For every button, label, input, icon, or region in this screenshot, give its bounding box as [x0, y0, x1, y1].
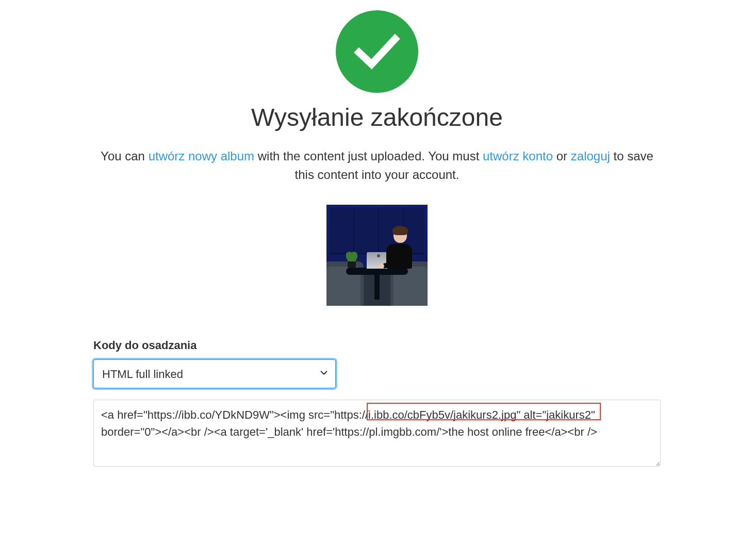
embed-code-textarea[interactable]	[93, 400, 661, 467]
msg-part2: with the content just uploaded. You must	[254, 149, 483, 163]
upload-complete-message: You can utwórz nowy album with the conte…	[93, 147, 661, 184]
create-album-link[interactable]: utwórz nowy album	[149, 149, 254, 163]
embed-format-select[interactable]: HTML full linked	[93, 359, 336, 388]
checkmark-icon	[354, 34, 400, 70]
uploaded-image-thumbnail[interactable]	[326, 205, 428, 306]
msg-part1: You can	[101, 149, 149, 163]
success-check-icon	[336, 10, 418, 93]
create-account-link[interactable]: utwórz konto	[483, 149, 553, 163]
login-link[interactable]: zaloguj	[571, 149, 610, 163]
msg-part3: or	[553, 149, 571, 163]
embed-codes-heading: Kody do osadzania	[93, 339, 661, 352]
upload-complete-title: Wysyłanie zakończone	[93, 103, 661, 131]
